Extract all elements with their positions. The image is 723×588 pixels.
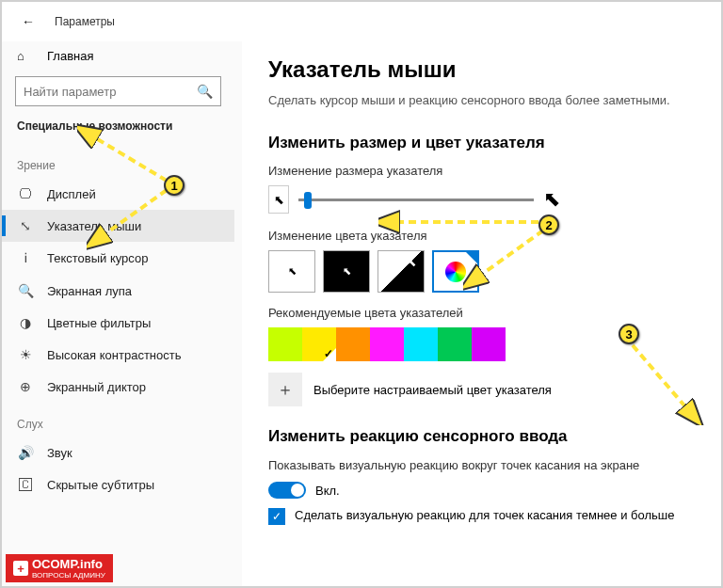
touch-description: Показывать визуальную реакцию вокруг точ… [268, 457, 695, 474]
back-button[interactable]: ← [13, 7, 43, 37]
sidebar-item-narrator[interactable]: ⊕Экранный диктор [2, 371, 234, 403]
add-custom-color-button[interactable]: ＋ [268, 373, 302, 406]
search-box[interactable]: 🔍 [15, 76, 221, 106]
slider-thumb[interactable] [304, 192, 312, 209]
contrast-icon: ☀ [17, 347, 34, 362]
color-swatch[interactable] [268, 327, 302, 361]
search-input[interactable] [24, 85, 197, 99]
sidebar-item-mouse-pointer[interactable]: ⤡Указатель мыши [2, 210, 234, 242]
darker-feedback-checkbox[interactable]: ✓ [268, 508, 285, 525]
pointer-size-slider[interactable] [298, 199, 534, 201]
page-title: Указатель мыши [268, 56, 695, 83]
touch-feedback-toggle[interactable] [268, 482, 306, 499]
cursor-icon: ⤡ [17, 218, 34, 233]
home-label: Главная [47, 49, 93, 63]
cursor-large-preview: ⬉ [543, 187, 560, 212]
sidebar-home[interactable]: ⌂ Главная [2, 41, 234, 71]
audio-icon: 🔊 [17, 445, 34, 460]
rainbow-icon [445, 262, 466, 282]
section-size-color: Изменить размер и цвет указателя [268, 134, 695, 152]
color-swatch[interactable] [302, 327, 336, 361]
color-swatch[interactable] [336, 327, 370, 361]
text-cursor-icon: Ꭵ [17, 250, 34, 266]
pointer-color-inverted[interactable]: ⬉ [378, 250, 425, 293]
category-label: Специальные возможности [2, 119, 234, 144]
group-label-hearing: Слух [2, 403, 234, 437]
size-label: Изменение размера указателя [268, 164, 695, 178]
watermark-plus-icon: + [13, 561, 28, 576]
annotation-badge-2: 2 [538, 215, 559, 235]
result-cursor-icon: ↖ [689, 402, 700, 417]
section-touch: Изменить реакцию сенсорного ввода [268, 427, 695, 446]
color-label: Изменение цвета указателя [268, 229, 695, 243]
watermark: + OCOMP.info ВОПРОСЫ АДМИНУ [6, 554, 113, 582]
color-filter-icon: ◑ [17, 315, 34, 330]
annotation-badge-3: 3 [619, 324, 639, 344]
sidebar-item-high-contrast[interactable]: ☀Высокая контрастность [2, 339, 234, 371]
group-label-vision: Зрение [2, 144, 234, 178]
color-swatch[interactable] [438, 327, 472, 361]
sidebar-item-display[interactable]: 🖵Дисплей [2, 178, 234, 210]
captions-icon: 🄲 [17, 477, 34, 492]
pointer-color-white[interactable]: ⬉ [268, 250, 315, 293]
sidebar: ⌂ Главная 🔍 Специальные возможности Зрен… [2, 41, 242, 586]
home-icon: ⌂ [17, 49, 34, 63]
color-swatch[interactable] [370, 327, 404, 361]
recommended-label: Рекомендуемые цвета указателей [268, 306, 695, 320]
sidebar-item-captions[interactable]: 🄲Скрытые субтитры [2, 469, 234, 501]
custom-color-label: Выберите настраиваемый цвет указателя [313, 383, 552, 397]
window-title: Параметры [55, 15, 115, 28]
toggle-state-label: Вкл. [315, 484, 340, 498]
sidebar-item-audio[interactable]: 🔊Звук [2, 437, 234, 469]
sidebar-item-color-filters[interactable]: ◑Цветные фильтры [2, 307, 234, 339]
display-icon: 🖵 [17, 186, 34, 201]
narrator-icon: ⊕ [17, 379, 34, 394]
magnifier-icon: 🔍 [17, 283, 34, 298]
color-swatch[interactable] [404, 327, 438, 361]
annotation-badge-1: 1 [164, 175, 185, 196]
sidebar-item-text-cursor[interactable]: ᎥТекстовый курсор [2, 242, 234, 275]
pointer-color-black[interactable]: ⬉ [323, 250, 370, 293]
search-icon: 🔍 [197, 84, 213, 99]
sidebar-item-magnifier[interactable]: 🔍Экранная лупа [2, 275, 234, 307]
page-description: Сделать курсор мыши и реакцию сенсорного… [268, 92, 695, 109]
checkbox-label: Сделать визуальную реакцию для точек кас… [295, 508, 674, 524]
pointer-color-custom[interactable] [432, 250, 479, 293]
cursor-small-preview: ⬉ [268, 185, 289, 214]
color-swatch[interactable] [472, 327, 506, 361]
main-content: Указатель мыши Сделать курсор мыши и реа… [242, 41, 721, 586]
